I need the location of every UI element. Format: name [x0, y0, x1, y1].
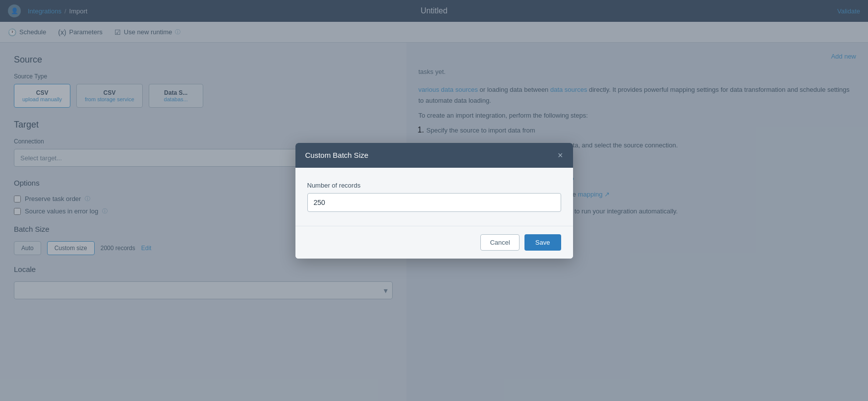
modal-field-label: Number of records [307, 182, 561, 189]
modal-close-button[interactable]: × [558, 151, 563, 160]
cancel-button[interactable]: Cancel [480, 234, 519, 251]
records-input[interactable] [307, 193, 561, 212]
save-button[interactable]: Save [524, 234, 561, 251]
modal-header: Custom Batch Size × [295, 143, 573, 168]
custom-batch-modal: Custom Batch Size × Number of records Ca… [295, 143, 573, 259]
modal-footer: Cancel Save [295, 226, 573, 259]
modal-backdrop: Custom Batch Size × Number of records Ca… [0, 0, 868, 401]
modal-body: Number of records [295, 168, 573, 226]
modal-title: Custom Batch Size [305, 151, 369, 159]
